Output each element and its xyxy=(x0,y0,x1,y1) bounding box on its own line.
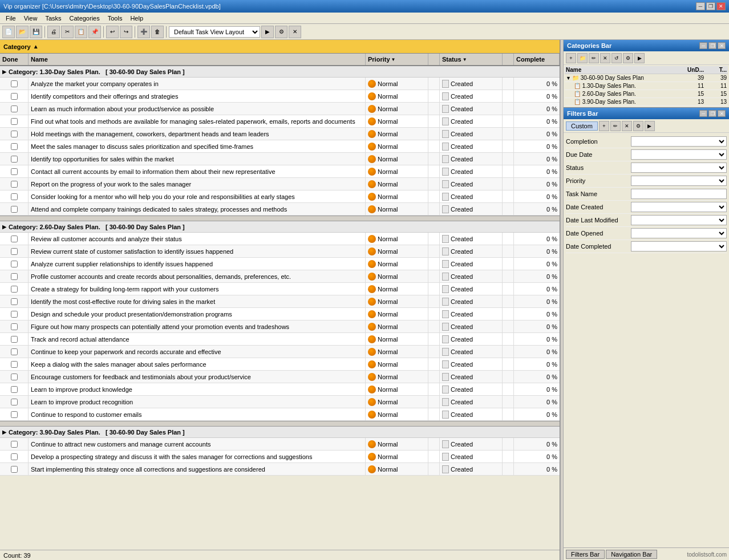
task-priority-arrow xyxy=(428,396,440,408)
cat-delete-icon[interactable]: ✕ xyxy=(600,53,610,63)
task-done-checkbox[interactable] xyxy=(11,453,18,460)
filter-input[interactable] xyxy=(631,189,727,199)
toolbar-undo-icon[interactable]: ↩ xyxy=(106,26,119,38)
cat-expand-icon[interactable]: ▶ xyxy=(634,53,645,63)
category-expand-icon[interactable]: ▶ xyxy=(2,224,6,230)
task-done-checkbox[interactable] xyxy=(11,248,18,255)
task-done-checkbox[interactable] xyxy=(11,411,18,418)
menu-file[interactable]: File xyxy=(2,14,19,22)
filter-select[interactable] xyxy=(631,136,727,147)
toolbar-settings-icon[interactable]: ⚙ xyxy=(275,26,287,38)
task-done-checkbox[interactable] xyxy=(11,286,18,293)
task-done-checkbox[interactable] xyxy=(11,206,18,213)
cat-tree-item[interactable]: 📋 3.90-Day Sales Plan. 13 13 xyxy=(565,98,728,106)
filter-select[interactable] xyxy=(631,149,727,160)
filter-tab-custom[interactable]: Custom xyxy=(566,121,598,131)
filter-select[interactable] xyxy=(631,202,727,212)
toolbar-cut-icon[interactable]: ✂ xyxy=(61,26,74,38)
category-expand-icon[interactable]: ▶ xyxy=(2,429,6,435)
task-done-checkbox[interactable] xyxy=(11,261,18,267)
task-done-checkbox[interactable] xyxy=(11,131,18,137)
toolbar-delete-icon[interactable]: 🗑 xyxy=(151,26,164,38)
task-complete-text: 0 % xyxy=(546,453,557,460)
tab-filters-bar[interactable]: Filters Bar xyxy=(566,550,605,559)
toolbar-close-layout-icon[interactable]: ✕ xyxy=(289,26,301,38)
task-done-checkbox[interactable] xyxy=(11,441,18,448)
task-done-checkbox[interactable] xyxy=(11,80,18,87)
filter-bar-minimize-btn[interactable]: ─ xyxy=(699,110,707,117)
filter-select[interactable] xyxy=(631,163,727,173)
task-done-checkbox[interactable] xyxy=(11,311,18,318)
layout-select[interactable]: Default Task View Layout xyxy=(169,26,260,38)
toolbar-add-task-icon[interactable]: ➕ xyxy=(137,26,150,38)
task-done-checkbox[interactable] xyxy=(11,118,18,125)
filter-select[interactable] xyxy=(631,176,727,186)
toolbar-open-icon[interactable]: 📂 xyxy=(16,26,29,38)
th-status[interactable]: Status ▼ xyxy=(440,54,503,65)
cat-settings-icon[interactable]: ⚙ xyxy=(623,53,633,63)
filter-select[interactable] xyxy=(631,241,727,251)
category-expand-icon[interactable]: ▶ xyxy=(2,69,6,75)
task-done-checkbox[interactable] xyxy=(11,298,18,305)
menu-help[interactable]: Help xyxy=(127,14,147,22)
task-done-checkbox[interactable] xyxy=(11,348,18,355)
filter-settings-icon[interactable]: ⚙ xyxy=(633,121,643,131)
filter-select[interactable] xyxy=(631,228,727,238)
cat-tree-item[interactable]: 📋 1.30-Day Sales Plan. 11 11 xyxy=(565,82,728,90)
menu-tasks[interactable]: Tasks xyxy=(42,14,64,22)
toolbar-new-icon[interactable]: 📄 xyxy=(2,26,15,38)
filter-bar-restore-btn[interactable]: ❐ xyxy=(708,110,716,117)
task-done-checkbox[interactable] xyxy=(11,143,18,150)
menu-view[interactable]: View xyxy=(21,14,41,22)
task-done-checkbox[interactable] xyxy=(11,105,18,112)
toolbar-redo-icon[interactable]: ↪ xyxy=(120,26,132,38)
cat-edit-icon[interactable]: ✏ xyxy=(589,53,599,63)
task-done-cell xyxy=(0,203,29,215)
cat-add-icon[interactable]: + xyxy=(566,53,576,63)
task-done-checkbox[interactable] xyxy=(11,323,18,330)
task-priority-text: Normal xyxy=(378,453,398,460)
minimize-button[interactable]: ─ xyxy=(696,2,705,10)
toolbar-copy-icon[interactable]: 📋 xyxy=(75,26,87,38)
task-done-checkbox[interactable] xyxy=(11,361,18,368)
task-complete-text: 0 % xyxy=(546,323,557,330)
filter-edit-icon[interactable]: ✏ xyxy=(610,121,621,131)
cat-refresh-icon[interactable]: ↺ xyxy=(611,53,622,63)
category-sort-icon[interactable]: ▲ xyxy=(33,43,39,50)
toolbar-paste-icon[interactable]: 📌 xyxy=(88,26,101,38)
menu-tools[interactable]: Tools xyxy=(104,14,126,22)
cat-bar-close-btn[interactable]: ✕ xyxy=(718,42,726,49)
task-done-checkbox[interactable] xyxy=(11,181,18,188)
task-done-checkbox[interactable] xyxy=(11,193,18,200)
cat-tree-item[interactable]: ▼📁 30-60-90 Day Sales Plan 39 39 xyxy=(565,74,728,82)
toolbar-print-icon[interactable]: 🖨 xyxy=(47,26,60,38)
cat-bar-minimize-btn[interactable]: ─ xyxy=(699,42,707,49)
task-done-checkbox[interactable] xyxy=(11,273,18,280)
filter-bar-close-btn[interactable]: ✕ xyxy=(718,110,726,117)
cat-folder-icon[interactable]: 📁 xyxy=(577,53,588,63)
toolbar-layout-icon[interactable]: ▶ xyxy=(261,26,274,38)
restore-button[interactable]: ❐ xyxy=(706,2,715,10)
task-done-checkbox[interactable] xyxy=(11,93,18,100)
tab-navigation-bar[interactable]: Navigation Bar xyxy=(606,550,657,559)
th-priority[interactable]: Priority ▼ xyxy=(366,54,428,65)
task-done-checkbox[interactable] xyxy=(11,168,18,175)
task-done-checkbox[interactable] xyxy=(11,336,18,343)
task-done-checkbox[interactable] xyxy=(11,386,18,393)
task-done-checkbox[interactable] xyxy=(11,156,18,163)
task-done-checkbox[interactable] xyxy=(11,399,18,405)
filter-delete-icon[interactable]: ✕ xyxy=(622,121,632,131)
task-done-checkbox[interactable] xyxy=(11,466,18,473)
toolbar-save-icon[interactable]: 💾 xyxy=(30,26,42,38)
filter-select[interactable] xyxy=(631,215,727,225)
menu-categories[interactable]: Categories xyxy=(66,14,103,22)
right-panel: Categories Bar ─ ❐ ✕ + 📁 ✏ ✕ ↺ ⚙ ▶ Name … xyxy=(564,40,729,560)
task-list-scroll[interactable]: ▶ Category: 1.30-Day Sales Plan. [ 30-60… xyxy=(0,66,560,550)
task-done-checkbox[interactable] xyxy=(11,374,18,380)
close-button[interactable]: ✕ xyxy=(716,2,726,10)
cat-bar-restore-btn[interactable]: ❐ xyxy=(708,42,716,49)
task-done-checkbox[interactable] xyxy=(11,236,18,242)
filter-add-icon[interactable]: + xyxy=(599,121,609,131)
cat-tree-item[interactable]: 📋 2.60-Day Sales Plan. 15 15 xyxy=(565,90,728,98)
filter-expand-icon[interactable]: ▶ xyxy=(645,121,655,131)
